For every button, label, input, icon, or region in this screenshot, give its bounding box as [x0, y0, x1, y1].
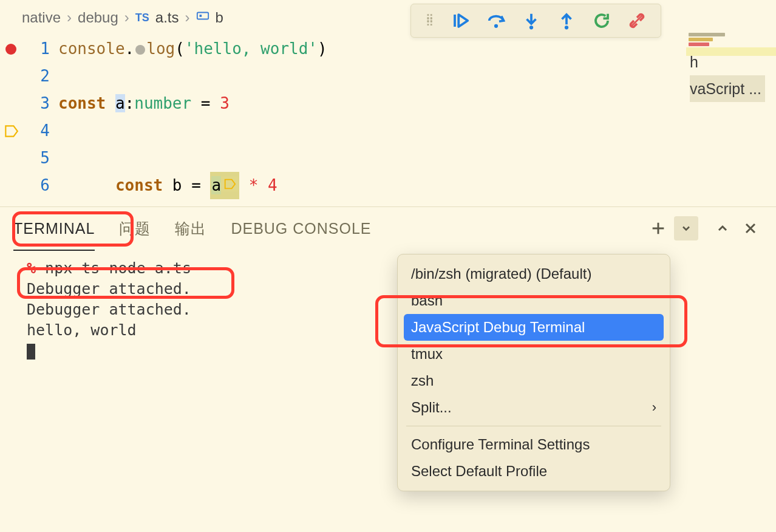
svg-point-4 [565, 26, 568, 29]
tab-problems[interactable]: 问题 [119, 219, 151, 239]
new-terminal-button[interactable] [646, 216, 670, 240]
step-into-button[interactable] [522, 12, 540, 30]
panel-tabs: TERMINAL 问题 输出 DEBUG CONSOLE [0, 207, 776, 250]
menu-item-zsh-default[interactable]: /bin/zsh (migrated) (Default) [398, 261, 670, 287]
breadcrumb-symbol[interactable]: b [216, 9, 223, 26]
restart-button[interactable] [593, 12, 611, 30]
continue-button[interactable] [452, 12, 470, 30]
new-terminal-dropdown-button[interactable] [674, 216, 698, 240]
line-number-gutter: 1 2 3 4 5 6 [22, 29, 58, 206]
svg-point-2 [494, 24, 498, 28]
terminal-profile-menu[interactable]: /bin/zsh (migrated) (Default) bash JavaS… [397, 254, 670, 491]
terminal-side-item[interactable]: h [690, 49, 765, 75]
code-area[interactable]: console.log('hello, world') const a:numb… [58, 29, 776, 206]
menu-item-configure-terminal[interactable]: Configure Terminal Settings [398, 431, 670, 458]
menu-item-bash[interactable]: bash [398, 287, 670, 314]
breakpoint-icon[interactable] [5, 44, 16, 55]
menu-item-select-default-profile[interactable]: Select Default Profile [398, 458, 670, 485]
tab-output[interactable]: 输出 [175, 219, 206, 239]
breadcrumb-seg[interactable]: debug [78, 9, 118, 26]
menu-item-split[interactable]: Split...› [398, 394, 670, 421]
svg-rect-1 [199, 15, 202, 17]
chevron-right-icon: › [124, 9, 129, 26]
tab-terminal[interactable]: TERMINAL [13, 220, 95, 237]
terminal-side-list[interactable]: h vaScript ... [690, 49, 765, 102]
menu-item-zsh[interactable]: zsh [398, 367, 670, 394]
panel-maximize-button[interactable] [710, 216, 735, 240]
symbol-variable-icon [196, 9, 209, 26]
code-line[interactable] [58, 172, 776, 199]
code-line[interactable] [58, 145, 776, 172]
code-line[interactable]: const b = a * 4 [58, 117, 776, 145]
breadcrumb-seg[interactable]: native [22, 9, 61, 26]
typescript-icon: TS [135, 12, 149, 24]
editor[interactable]: 1 2 3 4 5 6 console.log('hello, world') … [0, 29, 776, 206]
breakpoint-gutter[interactable] [0, 29, 22, 206]
panel-close-button[interactable] [738, 216, 763, 240]
breadcrumb-file[interactable]: a.ts [155, 9, 179, 26]
svg-point-3 [529, 26, 533, 29]
terminal-side-item[interactable]: vaScript ... [690, 75, 765, 102]
terminal-cursor [27, 344, 35, 360]
current-line-arrow-icon [0, 117, 22, 145]
tab-debug-console[interactable]: DEBUG CONSOLE [231, 220, 371, 237]
chevron-right-icon: › [67, 9, 72, 26]
drag-handle-icon[interactable]: ⠿⠿ [426, 17, 435, 24]
current-line-highlight [58, 117, 685, 145]
menu-separator [406, 426, 661, 426]
disconnect-button[interactable] [628, 12, 646, 30]
menu-item-js-debug-terminal[interactable]: JavaScript Debug Terminal [404, 314, 664, 341]
code-line[interactable]: const a:number = 3 [58, 90, 776, 117]
debug-toolbar[interactable]: ⠿⠿ [410, 4, 661, 38]
chevron-right-icon: › [185, 9, 190, 26]
svg-rect-0 [197, 13, 208, 19]
code-line[interactable] [58, 63, 776, 90]
step-out-button[interactable] [557, 12, 576, 30]
suggest-dot-icon [135, 45, 145, 55]
chevron-right-icon: › [652, 400, 656, 415]
step-over-button[interactable] [487, 12, 505, 30]
menu-item-tmux[interactable]: tmux [398, 341, 670, 367]
code-line[interactable]: console.log('hello, world') [58, 35, 776, 63]
